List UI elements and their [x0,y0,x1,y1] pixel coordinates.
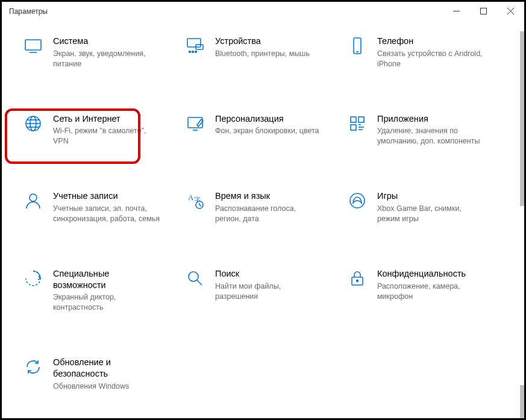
tile-search[interactable]: Поиск Найти мои файлы, разрешения [185,266,341,315]
tile-title: Поиск [215,268,324,280]
tile-desc: Wi-Fi, режим "в самолете", VPN [53,126,161,146]
tile-desc: Учетные записи, эл. почта, синхронизация… [53,204,161,224]
update-icon [23,357,43,377]
settings-grid: Система Экран, звук, уведомления, питани… [23,33,503,394]
ease-of-access-icon [23,268,43,289]
globe-icon [23,113,43,134]
tile-update-security[interactable]: Обновление и безопасность Обновления Win… [23,354,179,394]
svg-rect-22 [351,125,356,130]
system-icon [23,36,43,56]
settings-content: Система Экран, звук, уведомления, питани… [2,21,524,418]
svg-rect-11 [354,38,361,54]
tile-desc: Экран, звук, уведомления, питание [53,49,161,69]
tile-title: Телефон [377,36,486,47]
tile-title: Игры [377,190,486,202]
tile-desc: Связать устройство с Android, iPhone [377,49,486,69]
svg-line-31 [199,205,201,206]
tile-desc: Bluetooth, принтеры, мышь [215,49,310,59]
tile-desc: Экранный диктор, контрастность [53,292,161,313]
scrollbar-thumb[interactable] [520,31,524,206]
tile-title: Время и язык [215,190,324,202]
tile-title: Специальные возможности [53,268,161,291]
svg-point-36 [357,280,358,281]
tile-devices[interactable]: Устройства Bluetooth, принтеры, мышь [185,33,341,72]
tile-title: Приложения [377,113,486,125]
tile-desc: Удаление, значения по умолчанию, доп. ко… [377,126,486,146]
svg-rect-4 [25,40,41,50]
search-icon [185,268,205,289]
svg-rect-20 [351,117,356,122]
tile-title: Система [53,36,161,47]
scrollbar[interactable] [517,19,524,418]
window-title: Параметры [9,7,48,16]
maximize-button[interactable] [470,2,497,20]
tile-apps[interactable]: Приложения Удаление, значения по умолчан… [347,111,503,149]
close-button[interactable] [497,2,524,20]
gaming-icon [347,190,368,211]
tile-desc: Распознавание голоса, регион, дата [215,204,324,224]
tile-desc: Расположение, камера, микрофон [377,281,486,302]
tile-desc: Xbox Game Bar, снимки, режим игры [377,204,486,224]
time-language-icon: A字 [185,190,205,211]
svg-rect-18 [188,118,202,128]
svg-rect-6 [187,39,201,47]
svg-text:A: A [188,193,194,202]
minimize-button[interactable] [443,2,470,20]
apps-icon [347,113,368,134]
accounts-icon [23,190,43,211]
tile-accounts[interactable]: Учетные записи Учетные записи, эл. почта… [23,188,179,227]
tile-desc: Найти мои файлы, разрешения [215,281,324,302]
svg-rect-1 [481,8,487,14]
tile-time-language[interactable]: A字 Время и язык Распознавание голоса, ре… [185,188,341,227]
tile-gaming[interactable]: Игры Xbox Game Bar, снимки, режим игры [347,188,503,227]
phone-icon [347,36,368,56]
tile-title: Конфиденциальность [377,268,486,280]
tile-network[interactable]: Сеть и Интернет Wi-Fi, режим "в самолете… [23,111,179,149]
svg-point-9 [192,51,194,53]
tile-desc: Обновления Windows [53,381,161,392]
scrollbar-thumb-bottom[interactable] [520,385,524,418]
svg-point-33 [189,272,198,281]
tile-title: Сеть и Интернет [53,113,161,125]
tile-title: Устройства [215,36,310,47]
tile-system[interactable]: Система Экран, звук, уведомления, питани… [23,33,179,72]
devices-icon [185,36,205,56]
personalization-icon [185,113,205,134]
svg-point-10 [195,51,197,53]
window-controls [443,2,524,20]
svg-point-8 [189,51,191,53]
tile-phone[interactable]: Телефон Связать устройство с Android, iP… [347,33,503,72]
tile-title: Персонализация [215,113,319,125]
tile-desc: Фон, экран блокировки, цвета [215,126,319,136]
tile-privacy[interactable]: Конфиденциальность Расположение, камера,… [347,266,503,315]
svg-point-26 [30,194,37,201]
svg-line-34 [197,280,202,285]
tile-ease-of-access[interactable]: Специальные возможности Экранный диктор,… [23,266,179,315]
tile-title: Учетные записи [53,190,161,202]
titlebar: Параметры [2,2,524,21]
svg-rect-21 [358,117,364,122]
tile-title: Обновление и безопасность [53,357,161,380]
privacy-icon [347,268,368,289]
tile-personalization[interactable]: Персонализация Фон, экран блокировки, цв… [185,111,341,149]
